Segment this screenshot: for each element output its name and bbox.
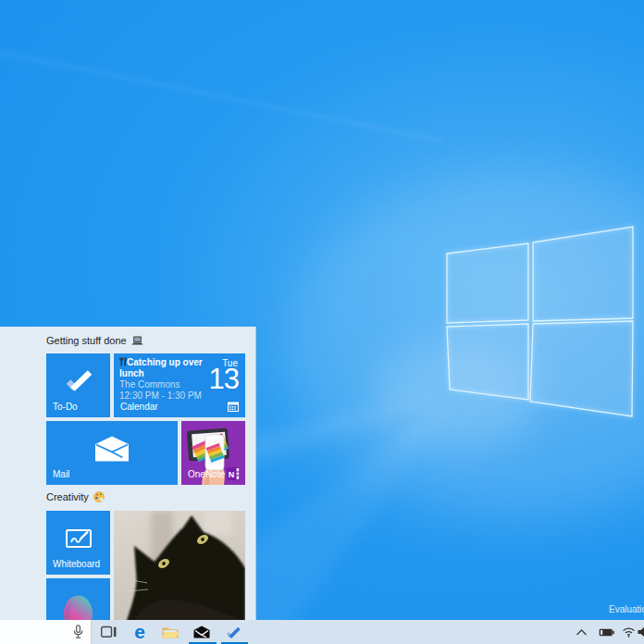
tile-label: Mail bbox=[53, 469, 69, 479]
evaluation-watermark: Evaluation bbox=[609, 604, 644, 614]
tile-calendar[interactable]: Catching up over lunch The Commons 12:30… bbox=[114, 353, 245, 417]
edge-browser-icon[interactable]: e bbox=[129, 620, 151, 644]
taskbar: e bbox=[0, 620, 644, 644]
calendar-day-number: 13 bbox=[209, 365, 239, 394]
fork-knife-icon bbox=[119, 357, 127, 366]
laptop-icon bbox=[131, 336, 143, 346]
tile-mail[interactable]: Mail bbox=[46, 421, 178, 485]
group-title: Getting stuff done bbox=[46, 335, 127, 346]
cat-photo bbox=[114, 511, 245, 620]
group-header-creativity[interactable]: Creativity bbox=[46, 490, 105, 503]
tile-label: Calendar bbox=[120, 402, 158, 412]
group-header-getting-stuff-done[interactable]: Getting stuff done bbox=[46, 334, 143, 347]
group-title: Creativity bbox=[46, 491, 89, 502]
tile-todo[interactable]: To-Do bbox=[46, 353, 110, 417]
tile-onenote[interactable]: OneNote N bbox=[181, 421, 245, 485]
balloon-icon bbox=[46, 578, 110, 620]
whiteboard-icon bbox=[63, 526, 94, 551]
todo-app-icon[interactable] bbox=[222, 620, 244, 644]
calendar-grid-icon bbox=[228, 402, 239, 412]
tile-cat-photo[interactable] bbox=[114, 511, 245, 620]
show-hidden-icons-chevron[interactable] bbox=[574, 620, 588, 644]
taskbar-search-box[interactable] bbox=[0, 620, 92, 644]
tile-label: To-Do bbox=[53, 402, 78, 412]
file-explorer-icon[interactable] bbox=[159, 620, 181, 644]
mail-app-icon[interactable] bbox=[191, 620, 213, 644]
start-menu-panel: Getting stuff done To-Do bbox=[0, 327, 256, 620]
tile-label: OneNote bbox=[188, 469, 225, 479]
volume-icon[interactable] bbox=[637, 620, 644, 644]
task-view-button[interactable] bbox=[97, 620, 119, 644]
artist-palette-icon bbox=[93, 491, 105, 502]
svg-text:N: N bbox=[229, 470, 235, 479]
event-title: Catching up over lunch bbox=[119, 357, 203, 378]
battery-icon[interactable] bbox=[598, 620, 614, 644]
desktop: Evaluation Getting stuff done To-Do bbox=[0, 0, 644, 644]
tile-label: Whiteboard bbox=[53, 559, 100, 569]
onenote-app-icon: N bbox=[227, 467, 240, 480]
tile-balloon-app[interactable] bbox=[46, 578, 110, 620]
todo-check-icon bbox=[63, 369, 94, 394]
tile-whiteboard[interactable]: Whiteboard bbox=[46, 511, 110, 575]
mail-envelope-icon bbox=[95, 436, 130, 462]
event-time: 12:30 PM - 1:30 PM bbox=[119, 390, 216, 402]
event-location: The Commons bbox=[119, 379, 216, 390]
calendar-event: Catching up over lunch The Commons 12:30… bbox=[119, 357, 216, 402]
wifi-icon[interactable] bbox=[621, 620, 636, 644]
cortana-microphone-icon[interactable] bbox=[73, 625, 83, 639]
